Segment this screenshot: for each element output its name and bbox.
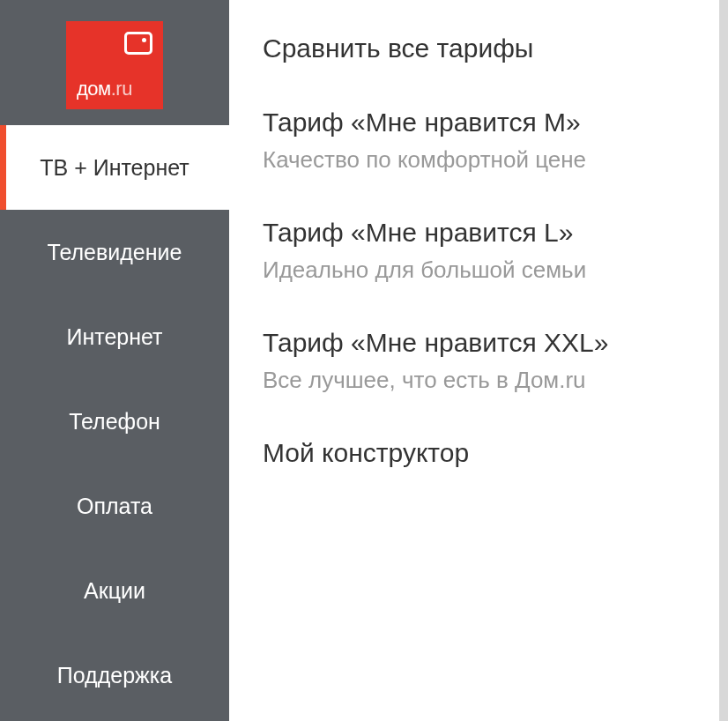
- content-item-tariff-m[interactable]: Тариф «Мне нравится M» Качество по комфо…: [263, 108, 687, 174]
- sidebar: дом.ru ТВ + Интернет Телевидение Интерне…: [0, 0, 229, 721]
- logo[interactable]: дом.ru: [66, 21, 163, 109]
- content-item-title: Сравнить все тарифы: [263, 33, 687, 63]
- sidebar-item-support[interactable]: Поддержка: [0, 633, 229, 717]
- content-item-subtitle: Качество по комфортной цене: [263, 146, 687, 174]
- content-item-subtitle: Все лучшее, что есть в Дом.ru: [263, 367, 687, 394]
- sidebar-item-payment[interactable]: Оплата: [0, 464, 229, 548]
- sidebar-item-label: ТВ + Интернет: [40, 155, 189, 181]
- content-item-compare[interactable]: Сравнить все тарифы: [263, 33, 687, 63]
- content-item-title: Тариф «Мне нравится M»: [263, 108, 687, 138]
- sidebar-item-label: Оплата: [77, 494, 152, 519]
- sidebar-item-tv[interactable]: Телевидение: [0, 210, 229, 294]
- sidebar-item-label: Телефон: [69, 409, 160, 435]
- sidebar-item-label: Интернет: [66, 324, 162, 350]
- logo-text-suffix: .ru: [111, 78, 132, 100]
- content-panel: Сравнить все тарифы Тариф «Мне нравится …: [229, 0, 719, 721]
- logo-container: дом.ru: [0, 0, 229, 125]
- sidebar-nav: ТВ + Интернет Телевидение Интернет Телеф…: [0, 125, 229, 721]
- content-item-tariff-l[interactable]: Тариф «Мне нравится L» Идеально для боль…: [263, 218, 687, 284]
- content-item-title: Тариф «Мне нравится L»: [263, 218, 687, 248]
- sidebar-item-label: Акции: [84, 578, 145, 604]
- content-item-title: Тариф «Мне нравится XXL»: [263, 328, 687, 358]
- content-item-constructor[interactable]: Мой конструктор: [263, 438, 687, 468]
- sidebar-item-phone[interactable]: Телефон: [0, 379, 229, 464]
- logo-tv-icon: [124, 32, 152, 55]
- sidebar-item-internet[interactable]: Интернет: [0, 294, 229, 379]
- sidebar-item-promo[interactable]: Акции: [0, 548, 229, 633]
- right-edge: [719, 0, 728, 721]
- sidebar-item-tv-internet[interactable]: ТВ + Интернет: [0, 125, 229, 210]
- content-item-tariff-xxl[interactable]: Тариф «Мне нравится XXL» Все лучшее, что…: [263, 328, 687, 394]
- sidebar-item-label: Поддержка: [57, 663, 172, 688]
- logo-text: дом.ru: [77, 78, 152, 100]
- logo-text-main: дом: [77, 78, 111, 100]
- sidebar-item-label: Телевидение: [48, 240, 182, 265]
- content-item-subtitle: Идеально для большой семьи: [263, 256, 687, 284]
- content-item-title: Мой конструктор: [263, 438, 687, 468]
